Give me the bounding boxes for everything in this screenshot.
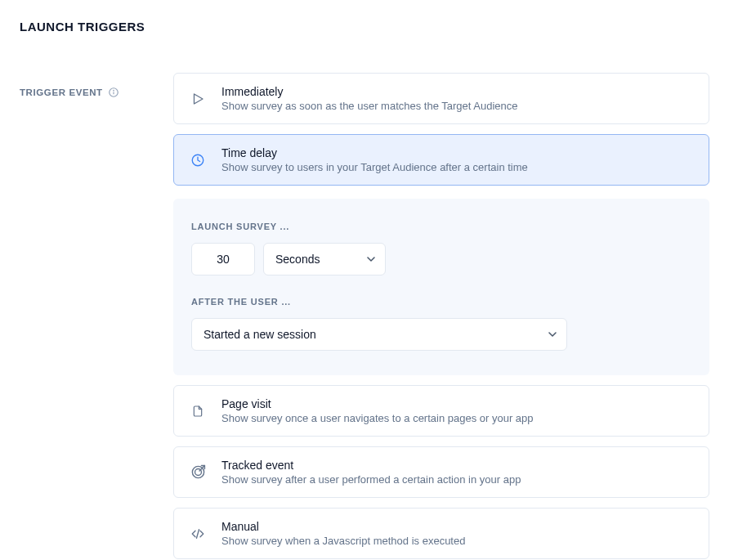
option-title: Time delay [221,146,528,159]
option-title: Immediately [221,85,518,98]
option-desc: Show survey as soon as the user matches … [221,100,518,112]
after-user-select[interactable]: Started a new session [191,318,567,351]
option-desc: Show survey to users in your Target Audi… [221,161,528,173]
delay-value-input[interactable] [191,243,255,276]
page-icon [189,404,207,419]
after-user-label: After the user ... [191,297,691,307]
option-desc: Show survey when a Javascript method is … [221,535,465,547]
section-label: Trigger Event [20,87,103,97]
time-delay-config: Launch Survey ... Seconds After the user… [173,199,709,375]
after-row: Started a new session [191,318,691,351]
svg-line-8 [197,529,199,538]
option-manual[interactable]: Manual Show survey when a Javascript met… [173,508,709,559]
play-icon [189,92,207,106]
page-title: Launch Triggers [20,20,709,34]
target-icon [189,464,207,480]
info-icon[interactable] [108,87,119,98]
option-page-visit[interactable]: Page visit Show survey once a user navig… [173,385,709,437]
delay-row: Seconds [191,243,691,276]
code-icon [189,526,207,541]
option-title: Tracked event [221,459,521,472]
option-tracked-event[interactable]: Tracked event Show survey after a user p… [173,446,709,498]
section-label-wrap: Trigger Event [20,73,150,559]
svg-point-2 [113,90,114,91]
trigger-event-section: Trigger Event Immediately Show survey as… [20,73,709,559]
launch-survey-label: Launch Survey ... [191,222,691,231]
trigger-options: Immediately Show survey as soon as the u… [173,73,709,559]
option-desc: Show survey once a user navigates to a c… [221,412,534,424]
option-immediately[interactable]: Immediately Show survey as soon as the u… [173,73,709,124]
option-title: Page visit [221,397,534,410]
option-desc: Show survey after a user performed a cer… [221,473,521,486]
svg-marker-3 [195,94,203,104]
clock-icon [189,153,207,168]
option-time-delay[interactable]: Time delay Show survey to users in your … [173,134,709,186]
option-title: Manual [221,520,465,533]
delay-unit-select[interactable]: Seconds [263,243,386,276]
